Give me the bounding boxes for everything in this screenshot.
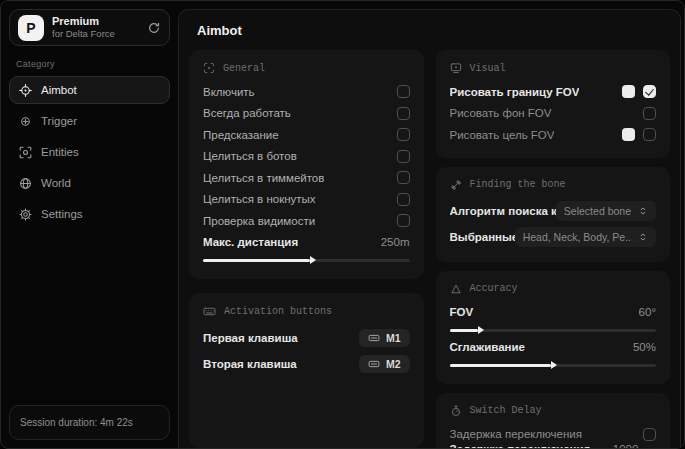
activation-panel-header: Activation buttons (203, 305, 410, 318)
selected-bones-select[interactable]: Head, Neck, Body, Pe.. (515, 227, 656, 247)
accuracy-panel-header: Accuracy (450, 283, 657, 295)
sidebar-item-entities[interactable]: Entities (9, 138, 170, 166)
color-swatch[interactable] (622, 85, 635, 98)
accuracy-panel: Accuracy FOV 60° Сглаживание 50% (436, 271, 671, 384)
keybind-button-m2[interactable]: M2 (359, 355, 410, 373)
checkbox[interactable] (397, 150, 410, 163)
checkbox[interactable] (397, 107, 410, 120)
globe-icon (19, 177, 32, 190)
session-duration: Session duration: 4m 22s (9, 405, 170, 440)
visual-row: Рисовать фон FOV (450, 103, 657, 125)
switch-delay-panel-header: Switch Delay (450, 405, 657, 417)
smoothing-value: 50% (633, 341, 656, 353)
checkbox[interactable] (643, 428, 656, 441)
app-window: P Premium for Delta Force Category Aimbo… (0, 0, 685, 449)
toggle-label: Всегда работать (203, 107, 291, 119)
session-duration-text: Session duration: 4m 22s (20, 417, 133, 428)
keybind-label: Первая клавиша (203, 332, 298, 344)
keybind-label: Вторая клавиша (203, 358, 297, 370)
key-icon (368, 358, 380, 370)
max-distance-row: Макс. дистанция 250m (203, 232, 410, 252)
activation-panel: Activation buttons Первая клавиша M1 Вто… (189, 293, 424, 449)
bone-label: Алгоритм поиска кост (450, 205, 556, 217)
max-distance-label: Макс. дистанция (203, 236, 298, 248)
checkbox[interactable] (397, 128, 410, 141)
toggle-label: Целиться в нокнутых (203, 193, 316, 205)
slider-fill (450, 329, 479, 332)
sidebar-item-world[interactable]: World (9, 169, 170, 197)
sidebar-item-settings[interactable]: Settings (9, 200, 170, 228)
switch-delay-toggle-row: Задержка переключения (450, 424, 657, 446)
general-header-label: General (223, 63, 265, 74)
switch-delay-panel: Switch Delay Задержка переключения Задер… (436, 393, 671, 449)
bone-panel: Finding the bone Алгоритм поиска кост Se… (436, 167, 671, 262)
sidebar-item-label: Entities (41, 146, 79, 158)
bone-icon (450, 179, 462, 191)
visual-panel: Visual Рисовать границу FOV Рисовать фон… (436, 50, 671, 158)
premium-subtitle: for Delta Force (52, 28, 115, 40)
fov-label: FOV (450, 306, 474, 318)
scan-target-icon (19, 146, 32, 159)
keyboard-icon (203, 305, 216, 318)
fov-value: 60° (639, 306, 656, 318)
checkbox[interactable] (397, 85, 410, 98)
max-distance-slider[interactable] (203, 259, 410, 262)
fov-row: FOV 60° (450, 302, 657, 322)
sidebar-item-trigger[interactable]: Trigger (9, 107, 170, 135)
checkbox[interactable] (643, 85, 656, 98)
visual-controls (622, 85, 656, 98)
bone-row: Алгоритм поиска кост Selected bone (450, 198, 657, 224)
slider-fill (203, 259, 310, 262)
visual-label: Рисовать фон FOV (450, 107, 552, 119)
visual-icon (450, 62, 462, 74)
checkbox[interactable] (397, 214, 410, 227)
toggle-row: Предсказание (203, 124, 410, 146)
toggle-row: Целиться в нокнутых (203, 189, 410, 211)
visual-controls (643, 107, 656, 120)
general-icon (203, 62, 215, 74)
keybind-row: Первая клавиша M1 (203, 325, 410, 351)
slider-fill (450, 364, 551, 367)
keybind-button-m1[interactable]: M1 (359, 329, 410, 347)
trigger-crosshair-icon (19, 115, 32, 128)
premium-title: Premium (52, 15, 115, 29)
columns: General Включить Всегда работать Предска… (179, 50, 680, 448)
sidebar-item-label: Settings (41, 208, 83, 220)
bone-row: Выбранные кос Head, Neck, Body, Pe.. (450, 224, 657, 250)
checkbox[interactable] (643, 128, 656, 141)
sidebar-item-label: Trigger (41, 115, 77, 127)
color-swatch[interactable] (622, 128, 635, 141)
toggle-label: Включить (203, 86, 255, 98)
unfold-icon (638, 206, 648, 216)
sidebar: P Premium for Delta Force Category Aimbo… (1, 1, 178, 448)
premium-card: P Premium for Delta Force (9, 9, 170, 46)
checkbox[interactable] (397, 193, 410, 206)
toggle-label: Целиться в ботов (203, 150, 297, 162)
switch-delay-ms-label: Задержка переключения (мс) (450, 443, 613, 448)
checkbox[interactable] (643, 107, 656, 120)
keybind-row: Вторая клавиша M2 (203, 351, 410, 377)
bone-algorithm-select[interactable]: Selected bone (556, 201, 656, 221)
switch-delay-header-label: Switch Delay (470, 405, 542, 416)
unfold-icon (638, 232, 648, 242)
visual-label: Рисовать границу FOV (450, 86, 580, 98)
stopwatch-icon (450, 405, 462, 417)
premium-logo: P (18, 15, 44, 41)
premium-texts: Premium for Delta Force (52, 15, 115, 41)
crosshair-icon (19, 84, 32, 97)
smoothing-slider[interactable] (450, 364, 657, 367)
checkbox[interactable] (397, 171, 410, 184)
visual-label: Рисовать цель FOV (450, 129, 555, 141)
general-panel: General Включить Всегда работать Предска… (189, 50, 424, 279)
toggle-label: Проверка видимости (203, 215, 315, 227)
smoothing-label: Сглаживание (450, 341, 525, 353)
keybind-value: M2 (386, 358, 401, 370)
toggle-label: Целиться в тиммейтов (203, 172, 324, 184)
visual-header-label: Visual (470, 63, 506, 74)
fov-slider[interactable] (450, 329, 657, 332)
switch-delay-toggle-label: Задержка переключения (450, 428, 582, 440)
page-title: Aimbot (179, 10, 680, 50)
visual-controls (622, 128, 656, 141)
sidebar-item-aimbot[interactable]: Aimbot (9, 76, 170, 104)
refresh-icon[interactable] (147, 21, 161, 35)
